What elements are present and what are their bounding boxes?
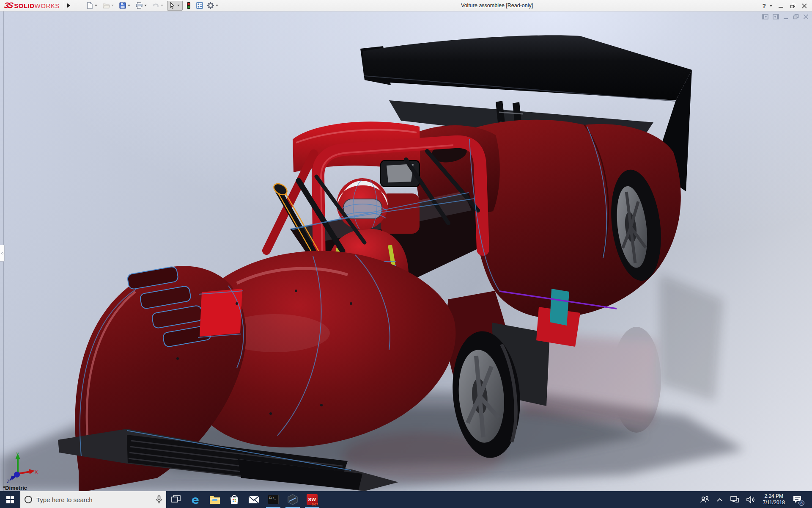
task-view-button[interactable] [166,491,186,508]
taskbar-clock[interactable]: 2:24 PM 7/11/2018 [760,493,789,506]
brand-works: WORKS [35,2,60,9]
taskbar-app-store[interactable] [225,491,244,508]
dropdown-caret[interactable] [161,5,163,6]
store-icon [229,494,239,505]
start-button[interactable] [0,491,20,508]
clock-date: 7/11/2018 [763,500,785,506]
search-input[interactable] [36,496,152,503]
speaker-icon [746,496,755,503]
dropdown-caret[interactable] [144,5,147,6]
windows-logo-icon [6,496,14,503]
accent-patch [200,289,242,337]
new-document-icon [86,2,93,9]
options-list-icon [196,2,203,9]
volume-button[interactable] [743,491,758,508]
mail-icon [248,496,259,504]
network-button[interactable] [727,491,742,508]
axis-x-label: X [35,469,38,475]
notification-badge: 3 [798,500,804,506]
close-button[interactable] [799,2,809,10]
printer-icon [135,2,143,9]
open-folder-icon [102,2,110,9]
restore-button[interactable] [787,2,798,10]
view-orientation-label: *Dimetric [3,485,27,491]
cortana-icon [25,496,32,503]
display-options-button[interactable] [195,1,205,11]
dropdown-caret[interactable] [111,5,114,6]
help-button[interactable]: ? [761,3,767,9]
brand-solid: SOLID [14,2,34,9]
solidworks-2017-icon: SW 2017 [307,494,318,505]
solidworks-logo: 3S SOLIDWORKS [0,0,63,11]
window-title: Voiture assomblee [Read-only] [461,0,533,11]
restore-icon [790,4,795,8]
clock-time: 2:24 PM [763,493,785,500]
taskbar-app-file-explorer[interactable] [205,491,225,508]
save-button[interactable] [118,1,133,11]
window-controls: ? [761,0,809,11]
undo-button[interactable] [151,1,166,11]
system-tray: 2:24 PM 7/11/2018 3 [697,491,812,508]
microphone-icon[interactable] [156,495,162,504]
open-button[interactable] [101,1,117,11]
stoplight-button[interactable] [184,1,194,11]
axis-y-label: Y [16,452,19,457]
gear-icon [207,2,214,9]
title-bar: 3S SOLIDWORKS [0,0,812,11]
people-icon [700,496,709,503]
taskbar-app-edge[interactable]: e [186,491,205,508]
dassault-logo-icon: 3S [3,1,13,10]
new-document-button[interactable] [85,1,100,11]
minimize-icon [779,7,783,8]
stoplight-icon [185,2,192,9]
select-tool-button[interactable] [167,1,183,11]
print-button[interactable] [134,1,150,11]
settings-button[interactable] [206,1,221,11]
tray-overflow-button[interactable] [714,491,726,508]
select-cursor-icon [168,2,176,9]
orientation-triad: Y X Z [4,452,38,483]
solidworks-window: 3S SOLIDWORKS [0,0,812,508]
3d-viewport[interactable]: Y X Z *Dimetric [0,11,812,491]
dropdown-caret[interactable] [128,5,130,6]
taskbar-app-mail[interactable] [244,491,263,508]
windows-taskbar: e C:\_ [0,491,812,508]
task-view-icon [171,495,181,504]
save-floppy-icon [119,2,126,9]
people-button[interactable] [697,491,712,508]
separator [64,1,64,10]
taskbar-app-solidworks[interactable]: SW 2017 [302,491,322,508]
dropdown-caret[interactable] [95,5,97,6]
close-icon [802,3,807,8]
taskbar-app-command-prompt[interactable]: C:\_ [263,491,283,508]
dropdown-caret[interactable] [216,5,218,6]
minimize-button[interactable] [776,2,786,10]
taskbar-app-3d-viewer[interactable] [283,491,302,508]
file-explorer-icon [209,495,220,504]
dropdown-caret[interactable] [177,5,180,6]
quick-access-toolbar [85,1,221,11]
chevron-up-icon [717,498,723,502]
network-icon [730,496,739,503]
action-center-button[interactable]: 3 [790,491,807,508]
car-model-render [0,11,812,491]
flyout-arrow-icon [67,3,70,8]
menu-flyout-button[interactable] [65,1,73,10]
3d-viewer-icon [287,494,298,505]
command-prompt-icon: C:\_ [268,495,279,504]
edge-icon: e [192,494,199,505]
axis-z-label: Z [7,479,10,483]
undo-arrow-icon [152,2,159,9]
taskbar-search[interactable] [20,491,166,508]
help-dropdown-caret[interactable] [770,5,772,7]
